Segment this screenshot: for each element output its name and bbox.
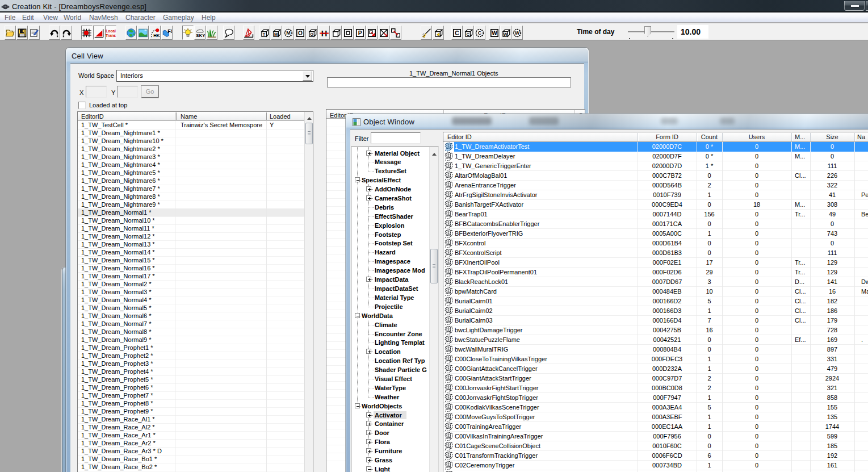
svg-text:P: P [358,30,362,36]
svg-text:C: C [455,30,459,36]
svg-text:SKY: SKY [196,33,205,38]
svg-text:FX: FX [167,28,172,34]
svg-text:M: M [274,32,278,37]
svg-text:W: W [515,30,520,36]
svg-text:C: C [466,32,469,37]
svg-text:W: W [492,30,497,36]
svg-text:W: W [504,32,508,37]
svg-text:C: C [478,30,482,36]
svg-text:Local: Local [106,29,116,33]
svg-text:Trans: Trans [106,34,116,37]
svg-text:M: M [286,30,291,36]
svg-text:O: O [298,30,303,36]
svg-text:HK: HK [153,33,160,38]
svg-text:T: T [263,32,266,37]
svg-text:O: O [310,32,313,37]
